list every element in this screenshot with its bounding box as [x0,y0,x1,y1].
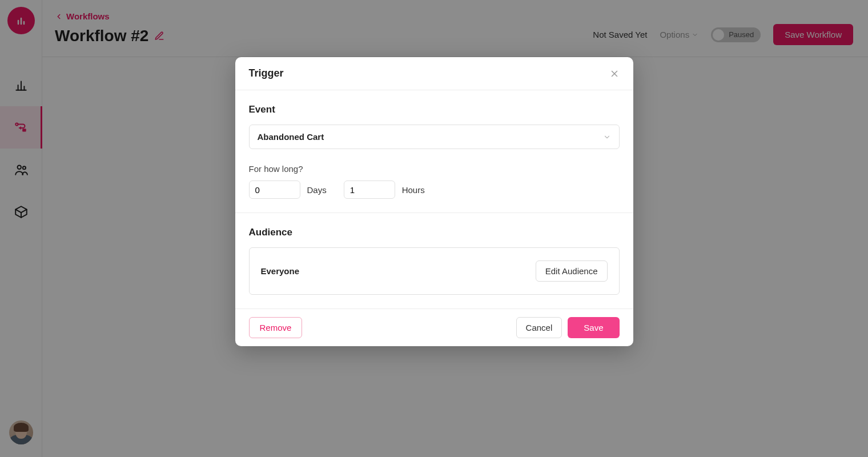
audience-section-title: Audience [249,227,620,238]
event-selected-value: Abandoned Cart [258,132,324,142]
event-select[interactable]: Abandoned Cart [249,125,620,149]
event-section-title: Event [249,104,620,115]
hours-input[interactable] [344,181,395,199]
remove-button[interactable]: Remove [249,317,303,338]
close-button[interactable] [609,69,620,79]
trigger-modal: Trigger Event Abandoned Cart For how lon… [235,57,633,346]
audience-section: Audience Everyone Edit Audience [235,213,633,308]
hours-unit: Hours [402,185,425,195]
days-input[interactable] [249,181,300,199]
close-icon [609,69,620,79]
chevron-down-icon [603,133,611,141]
audience-name: Everyone [261,266,300,276]
save-button[interactable]: Save [568,317,619,338]
duration-question: For how long? [249,164,620,174]
modal-header: Trigger [235,57,633,90]
modal-title: Trigger [249,67,284,79]
event-section: Event Abandoned Cart For how long? Days … [235,90,633,213]
modal-footer: Remove Cancel Save [235,308,633,346]
modal-overlay[interactable]: Trigger Event Abandoned Cart For how lon… [0,0,868,457]
audience-box: Everyone Edit Audience [249,247,620,295]
edit-audience-button[interactable]: Edit Audience [536,260,608,282]
days-unit: Days [307,185,327,195]
cancel-button[interactable]: Cancel [516,317,562,338]
